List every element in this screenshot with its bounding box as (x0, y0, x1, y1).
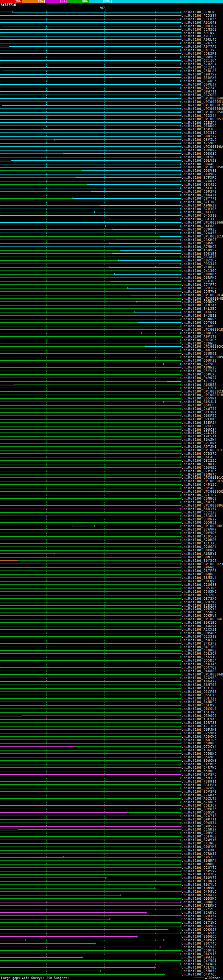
subject-id-label[interactable]: UniRef100_Q7P3H5 (181, 469, 223, 473)
alignment-bar[interactable] (0, 862, 181, 866)
subject-id-label[interactable]: UniRef100_UPI000023E1FA (181, 235, 223, 238)
alignment-bar[interactable] (0, 455, 181, 459)
alignment-row[interactable]: UniRef100_A6RBY1 (0, 552, 223, 555)
alignment-row[interactable]: UniRef100_Q0V5D6 (0, 531, 223, 535)
alignment-row[interactable]: UniRef100_Q2UGA4 (0, 545, 223, 549)
alignment-row[interactable]: UniRef100_C5DF95 (0, 949, 223, 952)
alignment-row[interactable]: UniRef100_UPI00005EF302 (0, 490, 223, 493)
alignment-bar[interactable] (0, 511, 181, 514)
alignment-row[interactable]: UniRef100_Q0D5M9 (0, 897, 223, 900)
alignment-row[interactable]: UniRef100_C5PCX6 (0, 373, 223, 376)
alignment-row[interactable]: UniRef100_Q75CY4 (0, 745, 223, 748)
subject-id-label[interactable]: UniRef100_Q59QC5 (181, 714, 223, 718)
subject-id-label[interactable]: UniRef100_B8BQB9 (181, 900, 223, 904)
subject-id-label[interactable]: UniRef100_Q0UC84 (181, 428, 223, 431)
subject-id-label[interactable]: UniRef100_A7A0L5 (181, 800, 223, 804)
subject-id-label[interactable]: UniRef100_B5RTZ8 (181, 721, 223, 724)
alignment-row[interactable]: UniRef100_C6NN62 (0, 497, 223, 500)
subject-id-label[interactable]: UniRef100_C0S3R6 (181, 587, 223, 590)
alignment-bar[interactable] (0, 442, 181, 445)
alignment-row[interactable]: UniRef100_A9RL45 (0, 38, 223, 41)
subject-id-label[interactable]: UniRef100_B0XPV6 (181, 549, 223, 552)
subject-id-label[interactable]: UniRef100_O42249 (181, 86, 223, 90)
alignment-row[interactable]: UniRef100_B4FXR1 (0, 410, 223, 414)
subject-id-label[interactable]: UniRef100_UPI00004BF6A2 (181, 97, 223, 100)
alignment-row[interactable]: UniRef100_C5BLA6 (0, 69, 223, 73)
alignment-row[interactable]: UniRef100_C0NVC2 (0, 831, 223, 835)
alignment-bar[interactable] (0, 55, 181, 59)
subject-id-label[interactable]: UniRef100_A9TJW1 (181, 445, 223, 449)
alignment-row[interactable]: UniRef100_Q59QC5 (0, 714, 223, 718)
alignment-row[interactable]: UniRef100_Q48256 (0, 348, 223, 352)
alignment-bar[interactable] (0, 886, 181, 890)
subject-id-label[interactable]: UniRef100_UPI00005C2A31 (181, 345, 223, 348)
subject-id-label[interactable]: UniRef100_C5BLA6 (181, 69, 223, 73)
subject-id-label[interactable]: UniRef100_B2W9Y6 (181, 838, 223, 842)
alignment-bar[interactable] (0, 48, 181, 52)
alignment-row[interactable]: UniRef100_Q55VJ0 (0, 945, 223, 949)
alignment-bar[interactable] (0, 376, 181, 380)
alignment-bar[interactable] (0, 741, 181, 745)
alignment-bar[interactable] (0, 683, 181, 687)
alignment-bar[interactable] (0, 438, 181, 442)
subject-id-label[interactable]: UniRef100_Q9P7T1 (181, 818, 223, 821)
alignment-bar[interactable] (0, 856, 181, 859)
alignment-bar[interactable] (0, 707, 181, 711)
alignment-row[interactable]: UniRef100_B4DVD2 (0, 172, 223, 176)
alignment-bar[interactable] (0, 590, 181, 593)
subject-id-label[interactable]: UniRef100_UPI000023CD21 (181, 563, 223, 566)
subject-id-label[interactable]: UniRef100_UPI00004E3D95 (181, 297, 223, 301)
alignment-row[interactable]: UniRef100_C7YZF3 (0, 907, 223, 911)
subject-id-label[interactable]: UniRef100_A7EKH5 (181, 904, 223, 907)
subject-id-label[interactable]: UniRef100_Q871W6 (181, 921, 223, 924)
subject-id-label[interactable]: UniRef100_Q5XLE3 (181, 404, 223, 407)
subject-id-label[interactable]: UniRef100_C0SGE5 (181, 466, 223, 469)
alignment-row[interactable]: UniRef100_Q66471 (0, 193, 223, 197)
alignment-bar[interactable] (0, 473, 181, 476)
alignment-row[interactable]: UniRef100_C53GU1 (0, 514, 223, 518)
alignment-row[interactable]: UniRef100_Q9LVQ8 (0, 155, 223, 159)
alignment-bar[interactable] (0, 180, 181, 183)
alignment-row[interactable]: UniRef100_B5VSF5 (0, 773, 223, 776)
subject-id-label[interactable]: UniRef100_Q3ZGE0 (181, 93, 223, 97)
subject-id-label[interactable]: UniRef100_C5FMV5 (181, 704, 223, 707)
subject-id-label[interactable]: UniRef100_UPI0000D63F21 (181, 504, 223, 507)
subject-id-label[interactable]: UniRef100_Q8VIL9 (181, 138, 223, 142)
alignment-bar[interactable] (0, 563, 181, 566)
subject-id-label[interactable]: UniRef100_C5FP68 (181, 835, 223, 838)
subject-id-label[interactable]: UniRef100_O94534 (181, 821, 223, 825)
subject-id-label[interactable]: UniRef100_C1L1Z6 (181, 431, 223, 434)
alignment-row[interactable]: UniRef100_Q6P4H5 (0, 242, 223, 245)
alignment-row[interactable]: UniRef100_UPI000023E1FA (0, 235, 223, 238)
alignment-bar[interactable] (0, 573, 181, 576)
subject-id-label[interactable]: UniRef100_A3GFL5 (181, 748, 223, 752)
alignment-bar[interactable] (0, 952, 181, 956)
alignment-bar[interactable] (0, 614, 181, 617)
alignment-row[interactable]: UniRef100_B6QV77 (0, 876, 223, 880)
alignment-bar[interactable] (0, 152, 181, 155)
alignment-row[interactable]: UniRef100_UPI000023CD21 (0, 563, 223, 566)
alignment-row[interactable]: UniRef100_A9V1T8 (0, 335, 223, 338)
subject-id-label[interactable]: UniRef100_B3NKP5 (181, 317, 223, 321)
subject-id-label[interactable]: UniRef100_A5DCW9 (181, 735, 223, 738)
alignment-row[interactable]: UniRef100_Q2UJ57 (0, 914, 223, 918)
alignment-row[interactable]: UniRef100_UPI0000E52BD1 (0, 479, 223, 483)
alignment-row[interactable]: UniRef100_UPI00006D9AC1 (0, 673, 223, 676)
alignment-row[interactable]: UniRef100_UPI00001E44D0 (0, 449, 223, 452)
subject-id-label[interactable]: UniRef100_A5BV59 (181, 248, 223, 252)
alignment-row[interactable]: UniRef100_B4L5B9 (0, 307, 223, 310)
subject-id-label[interactable]: UniRef100_O04403 (181, 162, 223, 166)
alignment-bar[interactable] (0, 34, 181, 38)
alignment-bar[interactable] (0, 849, 181, 852)
alignment-bar[interactable] (0, 210, 181, 214)
alignment-row[interactable]: UniRef100_Q7D375 (0, 452, 223, 455)
alignment-bar[interactable] (0, 587, 181, 590)
alignment-bar[interactable] (0, 890, 181, 893)
alignment-bar[interactable] (0, 297, 181, 301)
subject-id-label[interactable]: UniRef100_C8Y4Q0 (181, 486, 223, 490)
subject-id-label[interactable]: UniRef100_A9TNV3 (181, 31, 223, 35)
subject-id-label[interactable]: UniRef100_Q6VEJ7 (181, 83, 223, 86)
alignment-row[interactable]: UniRef100_Q24076 (0, 180, 223, 183)
alignment-row[interactable]: UniRef100_B6K1B6 (0, 621, 223, 624)
alignment-bar[interactable] (0, 769, 181, 773)
